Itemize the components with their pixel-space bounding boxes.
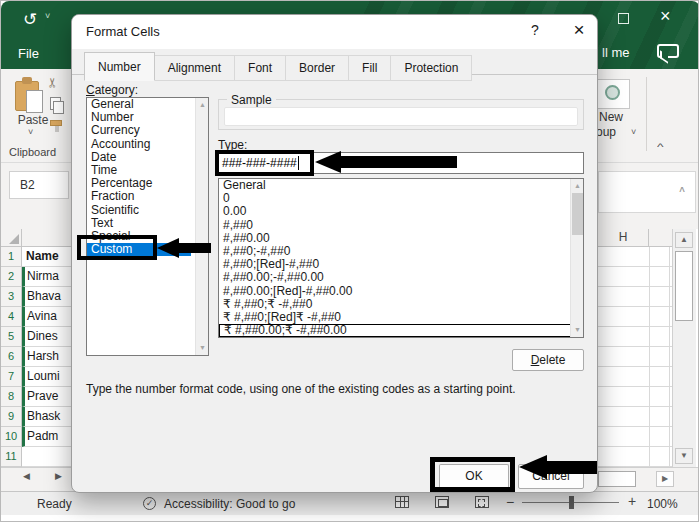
sheet-nav-right-icon[interactable]: ▶ [55,471,62,481]
annotation-arrow-ok [519,455,597,479]
type-option-focused[interactable]: ₹ #,##0.00;₹ -#,##0.00 [219,324,583,337]
comments-icon[interactable] [657,44,679,58]
new-group-chevron-icon[interactable]: ˅ [631,127,636,137]
zoom-level-label[interactable]: 100% [647,497,678,511]
cut-icon[interactable]: ✂ [45,77,60,88]
cell-a9[interactable]: Bhask [22,407,71,427]
copy-icon[interactable] [50,97,63,112]
row-header[interactable]: 6 [1,347,22,367]
zoom-in-button[interactable]: + [628,493,636,509]
row-header[interactable]: 11 [1,447,22,467]
paste-dropdown-chevron-icon[interactable]: ˅ [28,127,33,137]
scroll-down-icon[interactable]: ▼ [571,323,584,337]
row-header[interactable]: 2 [1,267,22,287]
cell-a10[interactable]: Padm [22,427,71,447]
dialog-close-button[interactable]: × [567,19,591,41]
type-option[interactable]: #,##0.00;-#,##0.00 [219,271,583,284]
tab-alignment[interactable]: Alignment [155,55,235,81]
scroll-up-icon[interactable]: ▲ [675,232,693,248]
cell-a3[interactable]: Bhava [22,287,71,307]
annotation-arrow-type [315,151,457,173]
row-header[interactable]: 1 [1,247,22,267]
type-option[interactable]: General [219,179,583,192]
category-option[interactable]: Accounting [87,138,208,151]
category-label: Category: [86,83,138,97]
tab-border[interactable]: Border [286,55,349,81]
undo-icon[interactable]: ↺ [23,9,37,30]
cell-a7[interactable]: Loumi [22,367,71,387]
zoom-out-button[interactable]: − [506,494,514,510]
type-option[interactable]: #,##0.00;[Red]-#,##0.00 [219,285,583,298]
row-headers: 1 2 3 4 5 6 7 8 9 10 11 [1,247,22,467]
type-list-scrollbar[interactable]: ▲ ▼ [570,179,583,337]
dialog-help-button[interactable]: ? [525,22,545,38]
sheet-nav-left-icon[interactable]: ◀ [23,471,30,481]
page-layout-view-icon[interactable] [435,496,449,508]
annotation-box-ok [430,457,515,492]
file-tab[interactable]: File [18,46,39,61]
type-option[interactable]: 0.00 [219,205,583,218]
page-break-view-icon[interactable] [475,496,489,508]
paste-page-icon [26,90,43,113]
collapse-ribbon-icon[interactable]: ^ [657,141,664,152]
cell-a8[interactable]: Prave [22,387,71,407]
cell-a6[interactable]: Harsh [22,347,71,367]
scroll-down-icon[interactable]: ▼ [675,448,693,464]
row-header[interactable]: 4 [1,307,22,327]
category-option[interactable]: Scientific [87,204,208,217]
row-header[interactable]: 3 [1,287,22,307]
tab-protection[interactable]: Protection [391,55,472,81]
status-bar [1,491,699,515]
right-cells-grid[interactable] [598,247,672,467]
sample-label: Sample [227,93,276,107]
accessibility-checker-icon[interactable]: ✓ [143,497,156,510]
dialog-title: Format Cells [86,24,160,39]
accessibility-status-label[interactable]: Accessibility: Good to go [164,497,295,511]
sample-preview-field [224,107,578,126]
format-painter-icon[interactable] [50,120,62,126]
status-ready-label: Ready [37,497,72,511]
scroll-up-icon[interactable]: ▲ [571,179,584,193]
maximize-button[interactable] [618,13,629,24]
tell-me-label[interactable]: ll me [602,45,629,60]
vertical-scrollbar-thumb[interactable] [675,251,693,321]
type-option[interactable]: #,##0 [219,219,583,232]
scroll-up-icon[interactable]: ▲ [196,98,209,112]
cell-a1[interactable]: Name [22,247,71,267]
row-header[interactable]: 7 [1,367,22,387]
category-option[interactable]: Fraction [87,190,208,203]
cell-a2[interactable]: Nirma [22,267,71,287]
tab-fill[interactable]: Fill [349,55,391,81]
scroll-down-icon[interactable]: ▼ [196,341,209,355]
tab-number[interactable]: Number [84,52,155,81]
scroll-right-icon[interactable]: ▶ [656,471,674,487]
clipboard-group-label: Clipboard [9,146,56,158]
category-list-scrollbar[interactable]: ▲ ▼ [195,98,208,355]
new-group-label-line1[interactable]: New [599,110,623,124]
cell-a5[interactable]: Dines [22,327,71,347]
normal-view-icon[interactable] [395,496,409,508]
cell-a11[interactable] [22,447,71,467]
formula-bar-expand-icon[interactable]: ∧ [678,184,686,194]
tab-font[interactable]: Font [235,55,286,81]
type-list-scrollbar-thumb[interactable] [572,193,583,235]
gridline [669,247,670,467]
name-box[interactable]: B2 [9,171,69,199]
new-group-label-line2[interactable]: oup [596,125,616,139]
column-header-h[interactable]: H [598,229,649,247]
column-a-cells: Name Nirma Bhava Avina Dines Harsh Loumi… [22,247,71,467]
undo-dropdown-chevron-icon[interactable]: ˅ [45,11,50,21]
paste-button[interactable]: Paste [11,113,55,127]
category-option[interactable]: Currency [87,124,208,137]
row-header[interactable]: 8 [1,387,22,407]
type-option[interactable]: 0 [219,192,583,205]
horizontal-scrollbar-thumb[interactable] [598,471,636,487]
zoom-slider-thumb[interactable] [569,496,574,509]
delete-button[interactable]: Delete [512,349,584,371]
cell-a4[interactable]: Avina [22,307,71,327]
shape-circle-icon [605,85,620,100]
row-header[interactable]: 10 [1,427,22,447]
row-header[interactable]: 5 [1,327,22,347]
row-header[interactable]: 9 [1,407,22,427]
window-close-button[interactable]: × [660,6,671,27]
